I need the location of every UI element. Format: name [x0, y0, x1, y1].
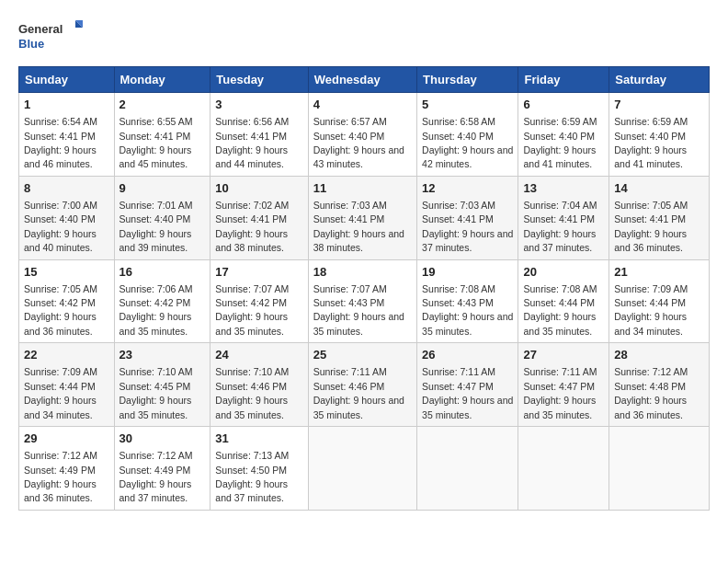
column-header-monday: Monday [114, 67, 210, 93]
calendar-cell: 24Sunrise: 7:10 AMSunset: 4:46 PMDayligh… [210, 343, 308, 427]
calendar-cell: 8Sunrise: 7:00 AMSunset: 4:40 PMDaylight… [19, 176, 115, 259]
calendar-cell: 11Sunrise: 7:03 AMSunset: 4:41 PMDayligh… [308, 176, 416, 259]
day-info: Sunrise: 7:13 AMSunset: 4:50 PMDaylight:… [215, 450, 289, 503]
day-info: Sunrise: 7:03 AMSunset: 4:41 PMDaylight:… [313, 200, 404, 253]
day-info: Sunrise: 7:08 AMSunset: 4:44 PMDaylight:… [523, 283, 597, 337]
day-info: Sunrise: 7:10 AMSunset: 4:46 PMDaylight:… [215, 366, 289, 419]
calendar-cell: 13Sunrise: 7:04 AMSunset: 4:41 PMDayligh… [518, 176, 609, 259]
calendar-week-row: 15Sunrise: 7:05 AMSunset: 4:42 PMDayligh… [19, 259, 710, 343]
calendar-cell: 4Sunrise: 6:57 AMSunset: 4:40 PMDaylight… [308, 93, 416, 177]
calendar-cell [609, 427, 710, 511]
calendar-cell: 5Sunrise: 6:58 AMSunset: 4:40 PMDaylight… [417, 93, 518, 177]
day-info: Sunrise: 7:04 AMSunset: 4:41 PMDaylight:… [523, 200, 597, 253]
calendar-cell: 14Sunrise: 7:05 AMSunset: 4:41 PMDayligh… [609, 176, 710, 259]
day-number: 9 [119, 180, 206, 197]
day-number: 24 [215, 347, 302, 363]
day-info: Sunrise: 7:07 AMSunset: 4:42 PMDaylight:… [215, 283, 289, 337]
day-info: Sunrise: 7:01 AMSunset: 4:40 PMDaylight:… [119, 200, 193, 253]
column-header-tuesday: Tuesday [210, 67, 308, 93]
calendar-cell: 9Sunrise: 7:01 AMSunset: 4:40 PMDaylight… [114, 176, 210, 259]
day-info: Sunrise: 7:07 AMSunset: 4:43 PMDaylight:… [313, 283, 404, 337]
calendar-cell: 20Sunrise: 7:08 AMSunset: 4:44 PMDayligh… [518, 259, 609, 343]
day-number: 6 [523, 97, 604, 113]
day-number: 14 [614, 180, 704, 197]
calendar-cell: 29Sunrise: 7:12 AMSunset: 4:49 PMDayligh… [19, 427, 115, 511]
day-number: 27 [523, 347, 604, 363]
logo: General Blue [18, 18, 83, 57]
calendar-cell: 26Sunrise: 7:11 AMSunset: 4:47 PMDayligh… [417, 343, 518, 427]
day-number: 15 [24, 264, 109, 281]
day-number: 18 [313, 264, 412, 281]
calendar-cell: 16Sunrise: 7:06 AMSunset: 4:42 PMDayligh… [114, 259, 210, 343]
day-info: Sunrise: 7:11 AMSunset: 4:46 PMDaylight:… [313, 366, 404, 419]
column-header-sunday: Sunday [19, 67, 115, 93]
day-info: Sunrise: 6:59 AMSunset: 4:40 PMDaylight:… [614, 116, 688, 169]
calendar-cell: 23Sunrise: 7:10 AMSunset: 4:45 PMDayligh… [114, 343, 210, 427]
column-header-saturday: Saturday [609, 67, 710, 93]
day-number: 13 [523, 180, 604, 197]
day-info: Sunrise: 6:57 AMSunset: 4:40 PMDaylight:… [313, 116, 404, 169]
column-header-friday: Friday [518, 67, 609, 93]
calendar-cell: 18Sunrise: 7:07 AMSunset: 4:43 PMDayligh… [308, 259, 416, 343]
day-info: Sunrise: 6:59 AMSunset: 4:40 PMDaylight:… [523, 116, 597, 169]
day-number: 16 [119, 264, 206, 281]
calendar-cell: 10Sunrise: 7:02 AMSunset: 4:41 PMDayligh… [210, 176, 308, 259]
calendar-week-row: 29Sunrise: 7:12 AMSunset: 4:49 PMDayligh… [19, 427, 710, 511]
day-number: 1 [24, 97, 109, 113]
day-info: Sunrise: 7:05 AMSunset: 4:41 PMDaylight:… [614, 200, 688, 253]
day-info: Sunrise: 6:54 AMSunset: 4:41 PMDaylight:… [24, 116, 97, 169]
day-number: 11 [313, 180, 412, 197]
calendar-cell: 7Sunrise: 6:59 AMSunset: 4:40 PMDaylight… [609, 93, 710, 177]
calendar-week-row: 22Sunrise: 7:09 AMSunset: 4:44 PMDayligh… [19, 343, 710, 427]
day-info: Sunrise: 7:09 AMSunset: 4:44 PMDaylight:… [24, 366, 97, 419]
day-info: Sunrise: 7:12 AMSunset: 4:49 PMDaylight:… [119, 450, 193, 503]
day-number: 30 [119, 431, 206, 447]
calendar-cell: 3Sunrise: 6:56 AMSunset: 4:41 PMDaylight… [210, 93, 308, 177]
day-info: Sunrise: 7:12 AMSunset: 4:48 PMDaylight:… [614, 366, 688, 419]
calendar-cell: 31Sunrise: 7:13 AMSunset: 4:50 PMDayligh… [210, 427, 308, 511]
svg-text:General: General [18, 22, 63, 36]
day-info: Sunrise: 7:12 AMSunset: 4:49 PMDaylight:… [24, 450, 97, 503]
day-number: 22 [24, 347, 109, 363]
day-info: Sunrise: 7:11 AMSunset: 4:47 PMDaylight:… [523, 366, 597, 419]
calendar-cell [417, 427, 518, 511]
day-number: 17 [215, 264, 302, 281]
day-number: 31 [215, 431, 302, 447]
day-number: 3 [215, 97, 302, 113]
day-info: Sunrise: 6:55 AMSunset: 4:41 PMDaylight:… [119, 116, 193, 169]
day-info: Sunrise: 7:10 AMSunset: 4:45 PMDaylight:… [119, 366, 193, 419]
column-header-thursday: Thursday [417, 67, 518, 93]
day-info: Sunrise: 6:58 AMSunset: 4:40 PMDaylight:… [422, 116, 513, 169]
day-number: 23 [119, 347, 206, 363]
calendar-cell: 15Sunrise: 7:05 AMSunset: 4:42 PMDayligh… [19, 259, 115, 343]
day-info: Sunrise: 7:09 AMSunset: 4:44 PMDaylight:… [614, 283, 688, 337]
calendar-table: SundayMondayTuesdayWednesdayThursdayFrid… [18, 66, 710, 511]
calendar-week-row: 8Sunrise: 7:00 AMSunset: 4:40 PMDaylight… [19, 176, 710, 259]
day-info: Sunrise: 7:11 AMSunset: 4:47 PMDaylight:… [422, 366, 513, 419]
page-header: General Blue [18, 18, 710, 57]
calendar-cell: 27Sunrise: 7:11 AMSunset: 4:47 PMDayligh… [518, 343, 609, 427]
day-number: 10 [215, 180, 302, 197]
calendar-week-row: 1Sunrise: 6:54 AMSunset: 4:41 PMDaylight… [19, 93, 710, 177]
calendar-cell: 1Sunrise: 6:54 AMSunset: 4:41 PMDaylight… [19, 93, 115, 177]
calendar-cell: 21Sunrise: 7:09 AMSunset: 4:44 PMDayligh… [609, 259, 710, 343]
day-info: Sunrise: 7:02 AMSunset: 4:41 PMDaylight:… [215, 200, 289, 253]
day-info: Sunrise: 7:03 AMSunset: 4:41 PMDaylight:… [422, 200, 513, 253]
calendar-cell: 12Sunrise: 7:03 AMSunset: 4:41 PMDayligh… [417, 176, 518, 259]
calendar-cell: 6Sunrise: 6:59 AMSunset: 4:40 PMDaylight… [518, 93, 609, 177]
day-number: 26 [422, 347, 513, 363]
day-info: Sunrise: 6:56 AMSunset: 4:41 PMDaylight:… [215, 116, 289, 169]
day-number: 25 [313, 347, 412, 363]
day-number: 20 [523, 264, 604, 281]
day-info: Sunrise: 7:06 AMSunset: 4:42 PMDaylight:… [119, 283, 193, 337]
column-header-wednesday: Wednesday [308, 67, 416, 93]
calendar-cell: 30Sunrise: 7:12 AMSunset: 4:49 PMDayligh… [114, 427, 210, 511]
calendar-cell: 28Sunrise: 7:12 AMSunset: 4:48 PMDayligh… [609, 343, 710, 427]
day-number: 4 [313, 97, 412, 113]
day-number: 2 [119, 97, 206, 113]
calendar-cell: 25Sunrise: 7:11 AMSunset: 4:46 PMDayligh… [308, 343, 416, 427]
day-number: 21 [614, 264, 704, 281]
day-info: Sunrise: 7:00 AMSunset: 4:40 PMDaylight:… [24, 200, 97, 253]
calendar-header-row: SundayMondayTuesdayWednesdayThursdayFrid… [19, 67, 710, 93]
calendar-cell [518, 427, 609, 511]
